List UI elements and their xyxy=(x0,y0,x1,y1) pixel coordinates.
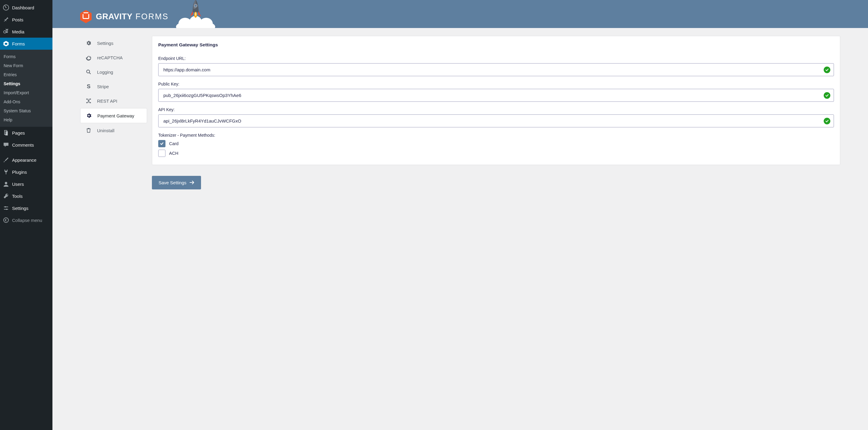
subnav-label: REST API xyxy=(97,98,117,104)
gf-logo-icon xyxy=(80,10,92,23)
check-icon xyxy=(824,118,830,124)
gf-logo-text: GRAVITY FORMS xyxy=(96,12,169,21)
sidebar-item-plugins[interactable]: Plugins xyxy=(0,166,53,178)
arrow-right-icon xyxy=(190,180,194,185)
sidebar-label: Pages xyxy=(12,130,25,135)
sidebar-label: Posts xyxy=(12,17,24,22)
save-settings-button[interactable]: Save Settings xyxy=(152,176,201,189)
gear-icon xyxy=(86,40,92,46)
sidebar-label: Forms xyxy=(12,41,25,46)
sidebar-submenu: Forms New Form Entries Settings Import/E… xyxy=(0,50,53,127)
sidebar-item-posts[interactable]: Posts xyxy=(0,13,53,26)
card-checkbox[interactable] xyxy=(158,140,165,147)
sliders-icon xyxy=(3,205,9,211)
svg-point-12 xyxy=(6,209,7,210)
subnav-label: Stripe xyxy=(97,84,109,89)
comments-icon xyxy=(3,142,9,148)
rocket-illustration xyxy=(175,0,214,28)
svg-point-21 xyxy=(195,12,196,16)
sidebar-item-pages[interactable]: Pages xyxy=(0,127,53,139)
svg-point-19 xyxy=(195,5,197,7)
svg-point-22 xyxy=(87,70,90,73)
sidebar-label: Collapse menu xyxy=(12,218,42,223)
sidebar-label: Comments xyxy=(12,142,34,147)
collapse-icon xyxy=(3,217,9,223)
subnav-item-settings[interactable]: Settings xyxy=(80,36,147,50)
sidebar-item-media[interactable]: Media xyxy=(0,26,53,38)
svg-rect-25 xyxy=(87,99,87,100)
main-content: GRAVITY FORMS xyxy=(53,0,868,430)
tokenizer-label: Tokenizer - Payment Methods: xyxy=(158,133,834,138)
gear-icon xyxy=(86,112,92,119)
svg-point-10 xyxy=(5,182,7,184)
wp-sidebar: Dashboard Posts Media Forms Forms New Fo… xyxy=(0,0,53,430)
panel-title: Payment Gateway Settings xyxy=(158,42,834,47)
svg-point-1 xyxy=(6,7,7,8)
svg-point-15 xyxy=(179,18,192,28)
svg-rect-27 xyxy=(87,102,87,103)
sidebar-item-forms[interactable]: Forms xyxy=(0,38,53,50)
stripe-icon: S xyxy=(86,84,92,90)
subnav-label: reCAPTCHA xyxy=(97,55,123,60)
svg-rect-26 xyxy=(90,99,91,100)
apikey-label: API Key: xyxy=(158,107,834,112)
sidebar-label: Settings xyxy=(12,206,28,211)
sidebar-sub-settings[interactable]: Settings xyxy=(0,79,53,88)
dashboard-icon xyxy=(3,4,9,10)
sidebar-item-users[interactable]: Users xyxy=(0,178,53,190)
sidebar-item-collapse[interactable]: Collapse menu xyxy=(0,214,53,226)
ach-checkbox[interactable] xyxy=(158,150,165,157)
sidebar-item-comments[interactable]: Comments xyxy=(0,139,53,151)
sidebar-item-settings[interactable]: Settings xyxy=(0,202,53,214)
subnav-label: Settings xyxy=(97,41,113,46)
ach-checkbox-label: ACH xyxy=(169,151,179,156)
wrench-icon xyxy=(3,193,9,199)
sidebar-label: Media xyxy=(12,29,24,34)
svg-point-2 xyxy=(4,31,6,33)
svg-point-11 xyxy=(5,206,6,207)
svg-rect-7 xyxy=(5,42,7,43)
publickey-input[interactable] xyxy=(158,89,834,102)
svg-rect-28 xyxy=(90,102,91,103)
sidebar-sub-help[interactable]: Help xyxy=(0,115,53,124)
check-icon xyxy=(824,92,830,99)
refresh-icon xyxy=(86,55,92,61)
gf-banner: GRAVITY FORMS xyxy=(53,0,868,28)
subnav-item-recaptcha[interactable]: reCAPTCHA xyxy=(80,50,147,65)
subnav-item-payment-gateway[interactable]: Payment Gateway xyxy=(80,108,147,123)
subnav-item-logging[interactable]: Logging xyxy=(80,65,147,79)
svg-point-16 xyxy=(199,18,213,28)
pin-icon xyxy=(3,16,9,23)
plug-icon xyxy=(3,169,9,175)
settings-panel: Payment Gateway Settings Endpoint URL: P… xyxy=(152,36,840,165)
sidebar-sub-system-status[interactable]: System Status xyxy=(0,106,53,115)
sidebar-sub-entries[interactable]: Entries xyxy=(0,70,53,79)
subnav-label: Payment Gateway xyxy=(97,113,134,118)
sidebar-sub-forms[interactable]: Forms xyxy=(0,52,53,61)
user-icon xyxy=(3,181,9,187)
apikey-input[interactable] xyxy=(158,114,834,127)
sidebar-item-dashboard[interactable]: Dashboard xyxy=(0,1,53,13)
api-icon xyxy=(86,98,92,104)
publickey-label: Public Key: xyxy=(158,81,834,87)
sidebar-label: Plugins xyxy=(12,169,27,175)
brush-icon xyxy=(3,157,9,163)
sidebar-label: Users xyxy=(12,181,24,187)
subnav-item-restapi[interactable]: REST API xyxy=(80,94,147,108)
subnav-item-stripe[interactable]: S Stripe xyxy=(80,79,147,94)
sidebar-sub-import-export[interactable]: Import/Export xyxy=(0,88,53,97)
endpoint-input[interactable] xyxy=(158,63,834,76)
sidebar-label: Appearance xyxy=(12,158,36,163)
sidebar-sub-addons[interactable]: Add-Ons xyxy=(0,97,53,106)
sidebar-sub-new-form[interactable]: New Form xyxy=(0,61,53,70)
subnav-item-uninstall[interactable]: Uninstall xyxy=(80,123,147,138)
subnav-label: Logging xyxy=(97,70,113,75)
forms-icon xyxy=(3,41,9,47)
sidebar-item-appearance[interactable]: Appearance xyxy=(0,154,53,166)
sidebar-label: Tools xyxy=(12,194,23,199)
trash-icon xyxy=(86,127,92,133)
save-button-label: Save Settings xyxy=(158,180,187,185)
svg-point-13 xyxy=(4,218,8,223)
sidebar-item-tools[interactable]: Tools xyxy=(0,190,53,202)
svg-text:S: S xyxy=(87,84,90,90)
